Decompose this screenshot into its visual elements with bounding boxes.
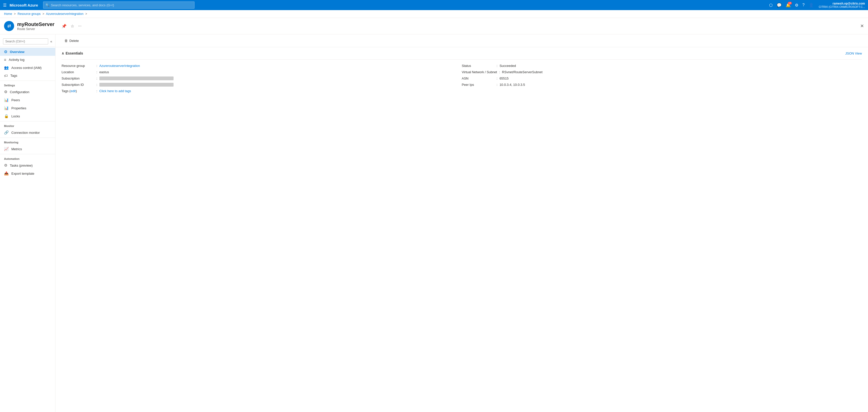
sidebar-item-export-template[interactable]: 📤 Export template (0, 169, 55, 177)
sidebar-item-tasks-preview[interactable]: ⚙ Tasks (preview) (0, 161, 55, 169)
locks-icon: 🔒 (4, 114, 9, 118)
sidebar-label-access-control: Access control (IAM) (11, 66, 42, 70)
tags-edit-link[interactable]: edit (70, 89, 76, 93)
breadcrumb-sep-2: > (42, 12, 44, 16)
notifications-icon[interactable]: 🔔 18 (785, 2, 792, 8)
sep-vnet: : (499, 70, 500, 74)
essentials-row-subscription: Subscription : █████████████████████████… (62, 75, 462, 82)
sidebar-item-access-control[interactable]: 👥 Access control (IAM) (0, 64, 55, 72)
feedback-icon[interactable]: 💬 (776, 2, 783, 8)
value-subscription: ████████████████████████████████ (99, 77, 174, 80)
sidebar-label-metrics: Metrics (11, 147, 22, 151)
value-location: eastus (99, 70, 109, 74)
configuration-icon: ⚙ (4, 90, 7, 94)
value-vnet: RSvnet/RouteServerSubnet (502, 70, 542, 74)
metrics-icon: 📈 (4, 147, 9, 151)
sep-subscription: : (96, 77, 97, 80)
essentials-divider (62, 59, 862, 60)
value-asn: 65515 (499, 77, 508, 80)
properties-icon: 📊 (4, 106, 9, 110)
label-asn: ASN (462, 77, 495, 80)
export-template-icon: 📤 (4, 171, 9, 176)
add-tags-link[interactable]: Click here to add tags (99, 89, 131, 93)
global-search-input[interactable] (51, 3, 192, 7)
main-panel: 🗑 Delete ∧ Essentials JSON View (56, 34, 868, 412)
sidebar-item-metrics[interactable]: 📈 Metrics (0, 145, 55, 153)
connection-monitor-icon: 🔗 (4, 130, 9, 135)
sidebar-item-peers[interactable]: 📊 Peers (0, 96, 55, 104)
resource-subtitle: Route Server (17, 27, 55, 31)
page-body: Home > Resource groups > Azurerouteserve… (0, 10, 868, 412)
sep-asn: : (497, 77, 498, 80)
label-subscription-id: Subscription ID (62, 83, 94, 87)
delete-icon: 🗑 (64, 39, 68, 43)
label-resource-group: Resource group (62, 64, 94, 68)
sidebar-search-input[interactable] (3, 38, 48, 45)
sidebar-collapse-button[interactable]: « (50, 39, 52, 43)
subscription-id-blurred: ████████████████████████████████ (99, 83, 174, 87)
value-tags: Click here to add tags (99, 89, 131, 93)
breadcrumb-home[interactable]: Home (4, 12, 12, 16)
delete-button[interactable]: 🗑 Delete (62, 37, 82, 45)
essentials-col-right: Status : Succeeded Virtual Network / Sub… (462, 63, 862, 94)
hamburger-menu-icon[interactable]: ☰ (3, 3, 6, 7)
sidebar-label-peers: Peers (11, 98, 20, 102)
essentials-row-status: Status : Succeeded (462, 63, 862, 69)
sidebar-item-tags[interactable]: 🏷 Tags (0, 72, 55, 80)
user-info[interactable]: ramesh.vp@citrix.com CITRIX (CITRIX.ONMI… (819, 2, 865, 8)
value-peer-ips: 10.0.3.4, 10.0.3.5 (499, 83, 525, 87)
value-subscription-id: ████████████████████████████████ (99, 83, 174, 87)
overview-icon: ⊙ (4, 50, 7, 54)
sep-tags: : (96, 89, 97, 93)
sidebar-item-connection-monitor[interactable]: 🔗 Connection monitor (0, 128, 55, 137)
more-actions-icon[interactable]: ··· (77, 23, 83, 29)
tags-icon: 🏷 (4, 73, 8, 78)
essentials-row-vnet: Virtual Network / Subnet : RSvnet/RouteS… (462, 69, 862, 75)
global-search-bar[interactable]: 🔍 (43, 1, 194, 8)
json-view-link[interactable]: JSON View (845, 52, 862, 55)
pin-icon[interactable]: 📌 (61, 23, 68, 30)
sep-status: : (497, 64, 498, 68)
sidebar-label-export-template: Export template (11, 172, 34, 175)
user-profile-icon[interactable]: 👤 (808, 2, 815, 8)
title-block: myRouteServer Route Server (17, 22, 55, 31)
essentials-row-peer-ips: Peer Ips : 10.0.3.4, 10.0.3.5 (462, 82, 862, 88)
notifications-badge: 18 (788, 2, 792, 4)
sidebar-label-properties: Properties (11, 106, 26, 110)
essentials-title: ∧ Essentials (62, 51, 83, 55)
breadcrumb-sep-1: > (14, 12, 16, 16)
resource-icon: ⇄ (4, 21, 14, 31)
header-actions: 📌 ☆ ··· (61, 23, 83, 30)
sep-subscription-id: : (96, 83, 97, 87)
essentials-title-text: Essentials (66, 51, 83, 55)
sidebar-item-configuration[interactable]: ⚙ Configuration (0, 88, 55, 96)
sidebar-search-wrap: « (0, 36, 55, 47)
essentials-header[interactable]: ∧ Essentials JSON View (62, 51, 862, 55)
user-name: ramesh.vp@citrix.com (819, 2, 865, 5)
close-panel-button[interactable]: ✕ (860, 23, 864, 29)
brand-logo: Microsoft Azure (9, 3, 38, 7)
sidebar-item-activity-log[interactable]: ≡ Activity log (0, 56, 55, 64)
essentials-row-tags: Tags (edit) : Click here to add tags (62, 88, 462, 94)
breadcrumb-sep-3: > (85, 12, 87, 16)
essentials-row-subscription-id: Subscription ID : ██████████████████████… (62, 82, 462, 88)
resource-group-link[interactable]: AzurerouteserverIntegration (99, 64, 140, 68)
sep-location: : (96, 70, 97, 74)
cloud-shell-icon[interactable]: ⬡ (768, 2, 774, 8)
value-status: Succeeded (499, 64, 516, 68)
sidebar-label-configuration: Configuration (10, 90, 29, 94)
delete-label: Delete (69, 39, 79, 43)
settings-icon[interactable]: ⚙ (794, 2, 799, 8)
help-icon[interactable]: ? (801, 2, 806, 8)
breadcrumb-integration[interactable]: AzurerouteserverIntegration (46, 12, 84, 16)
essentials-row-asn: ASN : 65515 (462, 75, 862, 82)
sidebar-item-properties[interactable]: 📊 Properties (0, 104, 55, 112)
label-subscription: Subscription (62, 77, 94, 80)
sidebar-label-overview: Overview (10, 50, 25, 54)
favorite-icon[interactable]: ☆ (70, 23, 75, 30)
sidebar-label-tags: Tags (10, 74, 17, 78)
breadcrumb-resource-groups[interactable]: Resource groups (18, 12, 41, 16)
sidebar-item-locks[interactable]: 🔒 Locks (0, 112, 55, 120)
sidebar-item-overview[interactable]: ⊙ Overview (0, 48, 55, 56)
content-area: « ⊙ Overview ≡ Activity log 👥 Access con… (0, 34, 868, 412)
